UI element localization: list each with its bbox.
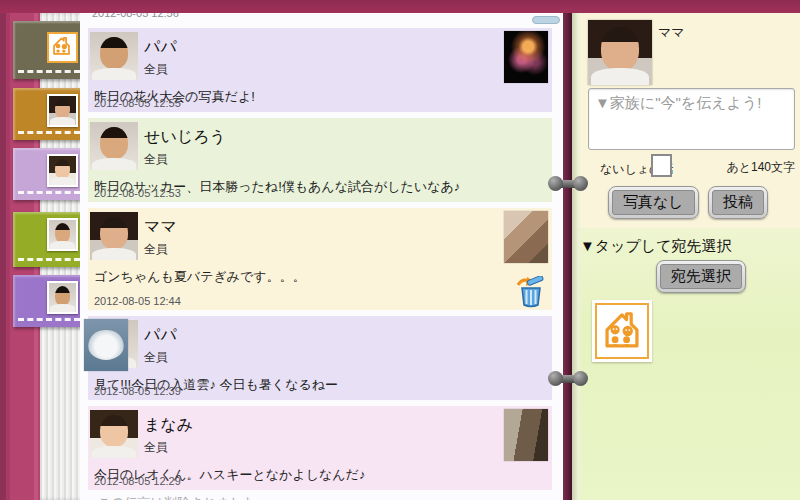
audience-label: 全員 bbox=[144, 241, 168, 258]
recipient-select-button[interactable]: 宛先選択 bbox=[656, 260, 746, 293]
author-avatar bbox=[90, 122, 138, 170]
photo-thumbnail-cloud[interactable] bbox=[84, 319, 128, 371]
deleted-message-notice: この伝言は削除されました bbox=[98, 494, 256, 500]
message-card[interactable]: ママ 全員 ゴンちゃんも夏バテぎみです。。。 2012-08-05 12:44 bbox=[88, 208, 552, 310]
photo-thumbnail-dog[interactable] bbox=[504, 211, 548, 263]
author-name: パパ bbox=[144, 325, 177, 346]
compose-panel: ママ ないしょの話 あと140文字 写真なし 投稿 ▼タップして宛先選択 宛先選… bbox=[572, 13, 800, 500]
photo-thumbnail-cat[interactable] bbox=[504, 409, 548, 461]
post-button-label: 投稿 bbox=[712, 190, 764, 215]
message-input[interactable] bbox=[588, 88, 795, 150]
author-name: パパ bbox=[144, 37, 177, 58]
secret-checkbox[interactable] bbox=[651, 154, 672, 177]
message-timestamp: 2012-08-05 12:53 bbox=[94, 187, 181, 199]
message-timestamp: 2012-08-05 12:29 bbox=[94, 475, 181, 487]
composer-user-name: ママ bbox=[658, 24, 685, 42]
author-name: せいじろう bbox=[144, 127, 226, 148]
message-text: ゴンちゃんも夏バテぎみです。。。 bbox=[94, 268, 496, 286]
composer-avatar bbox=[588, 20, 652, 85]
message-timestamp: 2012-08-05 12:39 bbox=[94, 385, 181, 397]
app-screen: 2012-08-05 12:56 パパ 全員 昨日の花火大会の写真だよ! 201… bbox=[0, 0, 800, 500]
binder-ring bbox=[548, 176, 588, 192]
author-avatar bbox=[90, 212, 138, 260]
author-avatar bbox=[90, 410, 138, 458]
audience-label: 全員 bbox=[144, 439, 168, 456]
author-name: ママ bbox=[144, 217, 177, 238]
audience-label: 全員 bbox=[144, 61, 168, 78]
app-logo-house-icon bbox=[592, 300, 652, 362]
message-timestamp: 2012-08-05 12:55 bbox=[94, 97, 181, 109]
audience-label: 全員 bbox=[144, 151, 168, 168]
message-card[interactable]: せいじろう 全員 昨日のサッカー、日本勝ったね!僕もあんな試合がしたいなあ♪ 2… bbox=[88, 118, 552, 202]
message-feed-page: 2012-08-05 12:56 パパ 全員 昨日の花火大会の写真だよ! 201… bbox=[80, 13, 567, 500]
no-photo-button-label: 写真なし bbox=[612, 190, 695, 215]
book-spine bbox=[563, 13, 572, 500]
binder-ring bbox=[548, 371, 588, 387]
sidebar-tab-home[interactable] bbox=[13, 21, 85, 79]
papa-photo bbox=[47, 281, 78, 314]
mama-photo bbox=[47, 94, 78, 127]
manami-photo bbox=[47, 154, 78, 187]
recipient-hint: ▼タップして宛先選択 bbox=[580, 237, 732, 256]
scrollbar-thumb[interactable] bbox=[532, 16, 560, 24]
sidebar-tab-seijiro[interactable] bbox=[13, 212, 85, 267]
delete-trash-icon[interactable] bbox=[514, 276, 544, 308]
no-photo-button[interactable]: 写真なし bbox=[608, 186, 699, 219]
sidebar-tab-manami[interactable] bbox=[13, 148, 85, 200]
audience-label: 全員 bbox=[144, 349, 168, 366]
message-card[interactable]: パパ 全員 見て!!!今日の入道雲♪ 今日も暑くなるねー 2012-08-05 … bbox=[88, 316, 552, 400]
sidebar-tab-papa[interactable] bbox=[13, 275, 85, 327]
char-counter: あと140文字 bbox=[726, 159, 795, 176]
message-timestamp: 2012-08-05 12:44 bbox=[94, 295, 181, 307]
photo-thumbnail-fireworks[interactable] bbox=[504, 31, 548, 83]
family-house-icon bbox=[47, 32, 78, 63]
message-card[interactable]: まなみ 全員 今日のレオくん。ハスキーとなかよしなんだ♪ 2012-08-05 … bbox=[88, 406, 552, 490]
author-avatar bbox=[90, 32, 138, 80]
seijiro-photo bbox=[47, 218, 78, 251]
message-card[interactable]: パパ 全員 昨日の花火大会の写真だよ! 2012-08-05 12:55 bbox=[88, 28, 552, 112]
recipient-select-button-label: 宛先選択 bbox=[660, 264, 742, 289]
sidebar-tab-mama[interactable] bbox=[13, 88, 85, 140]
previous-post-timestamp: 2012-08-05 12:56 bbox=[92, 13, 179, 19]
author-name: まなみ bbox=[144, 415, 193, 436]
post-button[interactable]: 投稿 bbox=[708, 186, 768, 219]
binder-top-edge bbox=[0, 0, 800, 13]
